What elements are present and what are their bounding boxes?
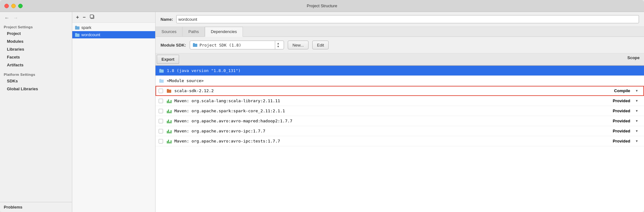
scala-sdk-scope-arrow[interactable]: ▼ [635, 89, 641, 92]
copy-module-button[interactable] [88, 14, 96, 20]
sdk-dropdown[interactable]: Project SDK (1.8) ▲ ▼ [190, 41, 284, 49]
module-source-row-name: <Module source> [167, 78, 641, 83]
table-row[interactable]: 1.8 (java version "1.8.0_131") [156, 66, 644, 76]
maximize-button[interactable] [18, 4, 23, 8]
scope-column-header: Scope [606, 53, 644, 65]
maven-avro-ipc-scope-arrow[interactable]: ▼ [635, 129, 641, 133]
module-sdk-row: Module SDK: Project SDK (1.8) ▲ ▼ New...… [156, 37, 644, 53]
sidebar-item-sdks[interactable]: SDKs [0, 77, 72, 85]
maven-avro-mapred-icon [166, 118, 172, 124]
back-button[interactable]: ← [3, 14, 11, 21]
new-sdk-button[interactable]: New... [288, 41, 308, 49]
window-title: Project Structure [307, 3, 337, 8]
jdk-row-name: 1.8 (java version "1.8.0_131") [167, 68, 641, 73]
scala-sdk-row-name: scala-sdk-2.12.2 [174, 88, 604, 93]
main-panel: Name: Sources Paths Dependencies Module … [156, 12, 644, 212]
maven-avro-ipc-tests-row-name: Maven: org.apache.avro:avro-ipc:tests:1.… [174, 139, 604, 143]
scala-sdk-checkbox[interactable] [159, 89, 163, 93]
table-row[interactable]: Maven: org.apache.avro:avro-ipc:tests:1.… [156, 136, 644, 146]
minimize-button[interactable] [11, 4, 16, 8]
module-tree: + − spark [72, 12, 156, 212]
sdk-dropdown-text: Project SDK (1.8) [199, 43, 273, 47]
platform-settings-label: Platform Settings [0, 71, 72, 77]
add-module-button[interactable]: + [75, 14, 80, 20]
tabs-bar: Sources Paths Dependencies [156, 27, 644, 37]
sdk-label: Module SDK: [161, 43, 186, 47]
maven-scala-lib-icon [166, 98, 172, 104]
sdk-arrow-up-icon: ▲ [277, 42, 280, 45]
traffic-lights [4, 4, 23, 8]
title-bar: Project Structure [0, 0, 644, 12]
export-column-header: Export [157, 55, 179, 64]
table-row[interactable]: Maven: org.apache.avro:avro-ipc:1.7.7 Pr… [156, 126, 644, 136]
forward-button[interactable]: → [12, 14, 19, 21]
table-row[interactable]: Maven: org.apache.spark:spark-core_2.11:… [156, 106, 644, 116]
scala-sdk-scope: Compile [604, 88, 635, 93]
sdk-dropdown-arrows: ▲ ▼ [275, 41, 281, 49]
maven-avro-ipc-scope: Provided [604, 129, 635, 133]
project-structure-window: Project Structure ← → Project Settings P… [0, 0, 644, 212]
tab-sources[interactable]: Sources [156, 27, 183, 36]
sdk-folder-icon [193, 43, 198, 47]
maven-spark-core-icon [166, 108, 172, 114]
sidebar-item-modules[interactable]: Modules [0, 37, 72, 45]
maven-avro-ipc-tests-checkbox[interactable] [159, 139, 163, 143]
sdk-arrow-down-icon: ▼ [277, 45, 280, 48]
jdk-folder-icon [159, 68, 164, 74]
sidebar-item-libraries[interactable]: Libraries [0, 45, 72, 53]
table-row[interactable]: <Module source> [156, 76, 644, 86]
deps-table-body: 1.8 (java version "1.8.0_131") <Module s… [156, 66, 644, 212]
folder-icon-wordcount [75, 33, 80, 37]
tree-item-wordcount[interactable]: wordcount [72, 31, 155, 38]
close-button[interactable] [4, 4, 9, 8]
tab-dependencies[interactable]: Dependencies [205, 27, 243, 37]
tree-toolbar: + − [72, 12, 155, 23]
folder-orange-icon [166, 89, 172, 93]
maven-avro-mapred-scope-arrow[interactable]: ▼ [635, 119, 641, 123]
maven-scala-lib-checkbox[interactable] [159, 99, 163, 103]
sidebar-item-artifacts[interactable]: Artifacts [0, 61, 72, 69]
table-row[interactable]: Maven: org.scala-lang:scala-library:2.11… [156, 96, 644, 106]
maven-avro-ipc-row-name: Maven: org.apache.avro:avro-ipc:1.7.7 [174, 129, 604, 133]
scala-sdk-icon [166, 88, 172, 94]
nav-buttons: ← → [0, 12, 72, 24]
svg-rect-1 [90, 15, 93, 18]
main-layout: ← → Project Settings Project Modules Lib… [0, 12, 644, 212]
maven-icon [167, 99, 172, 103]
copy-icon [90, 14, 95, 19]
folder-blue-icon [159, 69, 164, 73]
name-row: Name: [156, 12, 644, 27]
folder-icon-spark [75, 25, 80, 30]
maven-spark-core-checkbox[interactable] [159, 109, 163, 113]
maven-avro-ipc-tests-icon [166, 138, 172, 144]
module-source-folder-icon [159, 78, 164, 84]
sidebar-item-facets[interactable]: Facets [0, 53, 72, 61]
tree-items-list: spark wordcount [72, 23, 155, 212]
sidebar: ← → Project Settings Project Modules Lib… [0, 12, 72, 212]
project-settings-label: Project Settings [0, 24, 72, 30]
maven-scala-lib-scope-arrow[interactable]: ▼ [635, 99, 641, 103]
maven-avro-ipc-icon [166, 128, 172, 134]
table-row[interactable]: scala-sdk-2.12.2 Compile ▼ [156, 86, 644, 96]
maven-spark-core-scope-arrow[interactable]: ▼ [635, 109, 641, 113]
maven-avro-mapred-checkbox[interactable] [159, 119, 163, 123]
maven-avro-ipc-tests-scope-arrow[interactable]: ▼ [635, 139, 641, 143]
sidebar-item-global-libraries[interactable]: Global Libraries [0, 85, 72, 93]
table-row[interactable]: Maven: org.apache.avro:avro-mapred:hadoo… [156, 116, 644, 126]
maven-avro-ipc-tests-scope: Provided [604, 139, 635, 143]
tab-paths[interactable]: Paths [183, 27, 205, 36]
sidebar-item-problems[interactable]: Problems [0, 202, 72, 212]
sidebar-item-project[interactable]: Project [0, 30, 72, 37]
tree-item-spark[interactable]: spark [72, 24, 155, 31]
edit-sdk-button[interactable]: Edit [312, 41, 329, 49]
maven-icon [167, 139, 172, 143]
maven-spark-core-row-name: Maven: org.apache.spark:spark-core_2.11:… [174, 109, 604, 113]
maven-avro-ipc-checkbox[interactable] [159, 129, 163, 133]
maven-scala-lib-row-name: Maven: org.scala-lang:scala-library:2.11… [174, 98, 604, 103]
maven-avro-mapred-row-name: Maven: org.apache.avro:avro-mapred:hadoo… [174, 119, 604, 123]
name-input[interactable] [176, 15, 639, 23]
maven-icon [167, 109, 172, 113]
deps-table-header: Export Scope [156, 53, 644, 66]
remove-module-button[interactable]: − [81, 14, 87, 20]
maven-avro-mapred-scope: Provided [604, 119, 635, 123]
